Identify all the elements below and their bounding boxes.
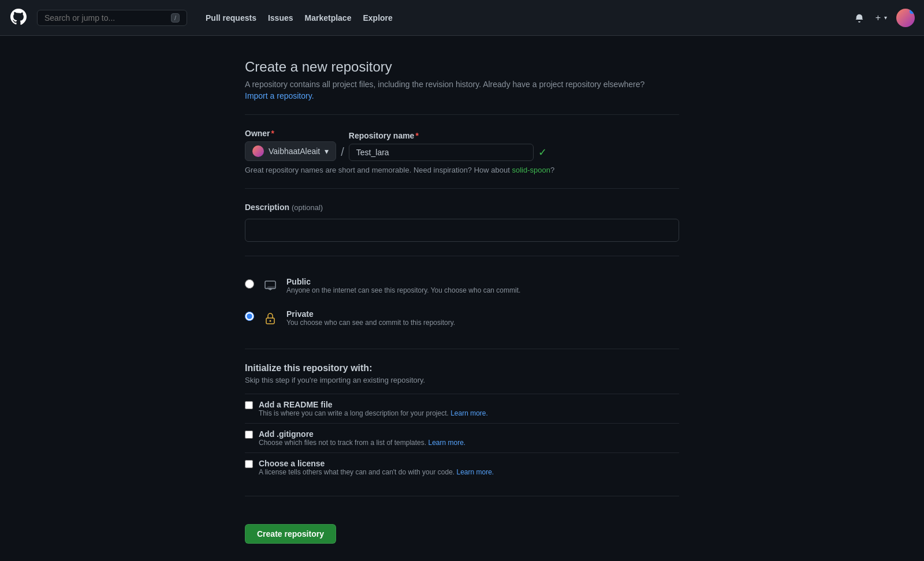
create-repository-button[interactable]: Create repository — [245, 524, 336, 544]
readme-option: Add a README file This is where you can … — [245, 394, 679, 423]
owner-required-star: * — [271, 129, 274, 138]
navbar: / Pull requests Issues Marketplace Explo… — [0, 0, 924, 36]
private-icon — [261, 309, 280, 328]
repo-name-label: Repository name* — [349, 131, 534, 140]
private-desc: You choose who can see and commit to thi… — [286, 319, 679, 327]
public-icon — [261, 277, 280, 296]
gitignore-desc: Choose which files not to track from a l… — [259, 439, 679, 447]
readme-checkbox[interactable] — [245, 401, 253, 409]
repo-name-input[interactable] — [349, 144, 534, 161]
page-subtitle: A repository contains all project files,… — [245, 80, 679, 89]
license-desc: A license tells others what they can and… — [259, 468, 679, 476]
gitignore-learn-more[interactable]: Learn more. — [428, 439, 465, 447]
new-item-button[interactable]: + ▾ — [873, 10, 889, 25]
suggestion-name-link[interactable]: solid-spoon — [512, 166, 550, 174]
description-optional: (optional) — [292, 203, 323, 212]
owner-chevron-icon: ▾ — [325, 147, 329, 156]
import-link[interactable]: Import a repository. — [245, 91, 314, 100]
license-option: Choose a license A license tells others … — [245, 452, 679, 482]
repo-name-valid-icon: ✓ — [538, 146, 547, 159]
public-option: Public Anyone on the internet can see th… — [245, 270, 679, 302]
suggestion-text: Great repository names are short and mem… — [245, 166, 679, 174]
license-checkbox[interactable] — [245, 460, 253, 468]
description-group: Description (optional) — [245, 203, 679, 242]
notification-dot — [910, 9, 914, 14]
section-divider-1 — [245, 114, 679, 115]
repo-required-star: * — [415, 131, 418, 140]
gitignore-title[interactable]: Add .gitignore — [259, 429, 314, 439]
owner-avatar — [252, 145, 264, 157]
owner-select[interactable]: VaibhaatAleait ▾ — [245, 141, 336, 161]
svg-point-2 — [270, 320, 271, 322]
gitignore-content: Add .gitignore Choose which files not to… — [259, 429, 679, 447]
readme-learn-more[interactable]: Learn more. — [450, 409, 488, 417]
description-input[interactable] — [245, 219, 679, 242]
page-title: Create a new repository — [245, 59, 679, 75]
public-title[interactable]: Public — [286, 277, 311, 286]
search-box[interactable]: / — [37, 10, 187, 26]
gitignore-checkbox[interactable] — [245, 431, 253, 439]
private-title[interactable]: Private — [286, 309, 314, 319]
slash-separator: / — [341, 145, 344, 159]
section-divider-4 — [245, 349, 679, 349]
description-label: Description (optional) — [245, 203, 679, 212]
private-radio[interactable] — [245, 312, 254, 321]
initialize-section: Initialize this repository with: Skip th… — [245, 363, 679, 482]
plus-icon: + — [875, 13, 881, 23]
readme-content: Add a README file This is where you can … — [259, 400, 679, 417]
navbar-right: + ▾ — [852, 9, 915, 27]
public-radio[interactable] — [245, 279, 254, 289]
github-logo[interactable] — [9, 8, 28, 28]
avatar[interactable] — [896, 9, 915, 27]
readme-desc: This is where you can write a long descr… — [259, 409, 679, 417]
navbar-explore[interactable]: Explore — [358, 10, 397, 26]
section-divider-3 — [245, 256, 679, 256]
navbar-marketplace[interactable]: Marketplace — [300, 10, 356, 26]
owner-label: Owner* — [245, 129, 336, 138]
navbar-links: Pull requests Issues Marketplace Explore — [201, 10, 397, 26]
init-subtitle: Skip this step if you're importing an ex… — [245, 376, 679, 384]
owner-repo-row: Owner* VaibhaatAleait ▾ / Repository nam… — [245, 129, 679, 161]
license-title[interactable]: Choose a license — [259, 459, 325, 468]
public-desc: Anyone on the internet can see this repo… — [286, 286, 679, 294]
navbar-pull-requests[interactable]: Pull requests — [201, 10, 261, 26]
main-content: Create a new repository A repository con… — [231, 36, 693, 561]
init-title: Initialize this repository with: — [245, 363, 679, 373]
chevron-down-icon: ▾ — [884, 14, 887, 21]
public-content: Public Anyone on the internet can see th… — [286, 277, 679, 294]
owner-group: Owner* VaibhaatAleait ▾ — [245, 129, 336, 161]
license-content: Choose a license A license tells others … — [259, 459, 679, 476]
search-input[interactable] — [44, 13, 166, 23]
navbar-issues[interactable]: Issues — [263, 10, 298, 26]
gitignore-option: Add .gitignore Choose which files not to… — [245, 423, 679, 452]
section-divider-5 — [245, 496, 679, 496]
readme-title[interactable]: Add a README file — [259, 400, 333, 409]
owner-value: VaibhaatAleait — [269, 147, 320, 156]
license-learn-more[interactable]: Learn more. — [457, 468, 494, 476]
repo-name-group: Repository name* — [349, 131, 534, 161]
notifications-button[interactable] — [852, 11, 866, 25]
search-slash-icon: / — [171, 13, 180, 23]
private-content: Private You choose who can see and commi… — [286, 309, 679, 327]
private-option: Private You choose who can see and commi… — [245, 302, 679, 335]
section-divider-2 — [245, 188, 679, 189]
